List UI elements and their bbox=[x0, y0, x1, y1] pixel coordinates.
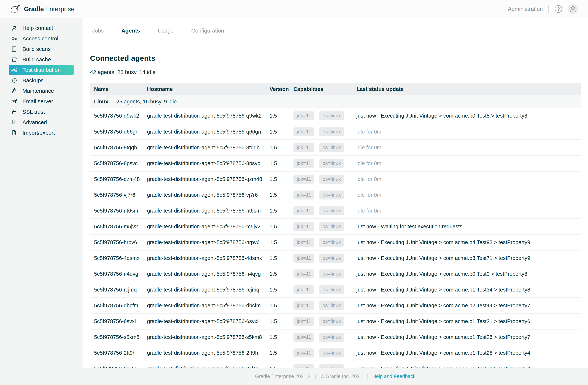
capability-badge: os=linux bbox=[319, 175, 344, 184]
agent-status: idle for 0m bbox=[357, 176, 381, 182]
table-header: Name Hostname Version Capabilities Last … bbox=[90, 83, 581, 95]
agent-hostname: gradle-test-distribution-agent-5c5f97875… bbox=[147, 334, 270, 340]
capability-badge: jdk=11 bbox=[294, 269, 315, 279]
table-row: 5c5f978756-9sl4n gradle-test-distributio… bbox=[90, 361, 581, 368]
history-icon bbox=[11, 77, 17, 83]
wrench-icon bbox=[11, 88, 17, 94]
agent-capabilities: jdk=11os=linux bbox=[294, 317, 357, 326]
agent-status: idle for 0m bbox=[357, 208, 381, 214]
agent-status: just now - Executing JUnit Vintage > com… bbox=[357, 350, 530, 356]
table-row: 5c5f978756-hrpv6 gradle-test-distributio… bbox=[90, 234, 581, 250]
agent-status: just now - Executing JUnit Vintage > com… bbox=[357, 334, 530, 340]
column-header-capabilities: Capabilities bbox=[294, 86, 357, 92]
user-avatar-icon[interactable] bbox=[568, 4, 578, 14]
help-icon[interactable]: ? bbox=[554, 5, 563, 13]
lock-icon bbox=[11, 109, 17, 115]
tab-jobs[interactable]: Jobs bbox=[92, 28, 104, 34]
agent-version: 1.5 bbox=[270, 350, 294, 356]
sidebar-item-access-control[interactable]: Access control bbox=[9, 33, 74, 44]
agent-version: 1.5 bbox=[270, 287, 294, 293]
sidebar-item-import-export[interactable]: Import/export bbox=[9, 127, 74, 138]
column-header-hostname: Hostname bbox=[147, 86, 270, 92]
capability-badge: jdk=11 bbox=[294, 222, 315, 231]
table-body: 5c5f978756-q9wk2 gradle-test-distributio… bbox=[90, 108, 581, 368]
sidebar-item-build-scans[interactable]: Build scans bbox=[9, 44, 74, 54]
sidebar-item-label: Build scans bbox=[22, 46, 51, 52]
agent-name: 5c5f978756-8tqgb bbox=[90, 144, 147, 151]
agent-name: 5c5f978756-rcjmq bbox=[90, 287, 147, 293]
agent-name: 5c5f978756-q66gn bbox=[90, 129, 147, 135]
agent-status: just now - Executing JUnit Vintage > com… bbox=[357, 271, 527, 277]
capability-badge: os=linux bbox=[319, 127, 344, 136]
table-row: 5c5f978756-dbcfm gradle-test-distributio… bbox=[90, 297, 581, 313]
help-and-feedback-link[interactable]: Help and Feedback bbox=[373, 374, 416, 379]
table-row: 5c5f978756-q66gn gradle-test-distributio… bbox=[90, 124, 581, 140]
agent-hostname: gradle-test-distribution-agent-5c5f97875… bbox=[147, 113, 270, 119]
agent-status: just now - Executing JUnit Vintage > com… bbox=[357, 287, 530, 293]
agent-capabilities: jdk=11os=linux bbox=[294, 111, 357, 120]
agent-hostname: gradle-test-distribution-agent-5c5f97875… bbox=[147, 287, 270, 293]
os-group-summary: 25 agents, 16 busy, 9 idle bbox=[116, 99, 177, 105]
sidebar-item-ssl-trust[interactable]: SSL trust bbox=[9, 106, 74, 117]
capability-badge: os=linux bbox=[319, 348, 344, 357]
database-icon bbox=[11, 119, 17, 125]
os-group-name: Linux bbox=[94, 99, 108, 105]
agent-name: 5c5f978756-hrpv6 bbox=[90, 239, 147, 245]
agent-hostname: gradle-test-distribution-agent-5c5f97875… bbox=[147, 208, 270, 214]
capability-badge: os=linux bbox=[319, 222, 344, 231]
agent-capabilities: jdk=11os=linux bbox=[294, 159, 357, 168]
sidebar-item-maintenance[interactable]: Maintenance bbox=[9, 86, 74, 96]
agent-hostname: gradle-test-distribution-agent-5c5f97875… bbox=[147, 223, 270, 230]
sidebar-item-help-contact[interactable]: Help contact bbox=[9, 23, 74, 33]
agent-name: 5c5f978756-m5jv2 bbox=[90, 223, 147, 230]
table-row: 5c5f978756-n4qvg gradle-test-distributio… bbox=[90, 266, 581, 282]
capability-badge: jdk=11 bbox=[294, 206, 315, 215]
sidebar-item-backups[interactable]: Backups bbox=[9, 75, 74, 86]
tab-configuration[interactable]: Configuration bbox=[191, 28, 224, 34]
agent-hostname: gradle-test-distribution-agent-5c5f97875… bbox=[147, 271, 270, 277]
agent-version: 1.5 bbox=[270, 255, 294, 261]
table-row: 5c5f978756-8psvc gradle-test-distributio… bbox=[90, 155, 581, 171]
sidebar-item-label: Email server bbox=[22, 98, 53, 104]
capability-badge: os=linux bbox=[319, 364, 344, 368]
agent-capabilities: jdk=11os=linux bbox=[294, 364, 357, 368]
sidebar-item-email-server[interactable]: Email server bbox=[9, 96, 74, 106]
agent-hostname: gradle-test-distribution-agent-5c5f97875… bbox=[147, 176, 270, 182]
sidebar-item-label: Maintenance bbox=[22, 88, 54, 94]
capability-badge: os=linux bbox=[319, 333, 344, 342]
sidebar-item-label: Test distribution bbox=[22, 67, 61, 73]
capability-badge: os=linux bbox=[319, 190, 344, 200]
import-export-icon bbox=[11, 130, 17, 136]
sidebar-item-build-cache[interactable]: Build cache bbox=[9, 54, 74, 65]
tab-agents[interactable]: Agents bbox=[121, 28, 140, 34]
agent-hostname: gradle-test-distribution-agent-5c5f97875… bbox=[147, 160, 270, 166]
gradle-elephant-logo-icon bbox=[10, 4, 21, 14]
administration-link[interactable]: Administration bbox=[508, 6, 543, 12]
agent-hostname: gradle-test-distribution-agent-5c5f97875… bbox=[147, 192, 270, 198]
sidebar-item-label: Access control bbox=[22, 36, 58, 42]
sidebar-item-advanced[interactable]: Advanced bbox=[9, 117, 74, 127]
agent-hostname: gradle-test-distribution-agent-5c5f97875… bbox=[147, 129, 270, 135]
sidebar-item-test-distribution[interactable]: Test distribution bbox=[9, 65, 74, 75]
capability-badge: jdk=11 bbox=[294, 285, 315, 294]
table-row: 5c5f978756-qzm48 gradle-test-distributio… bbox=[90, 171, 581, 187]
agent-capabilities: jdk=11os=linux bbox=[294, 333, 357, 342]
agent-hostname: gradle-test-distribution-agent-5c5f97875… bbox=[147, 239, 270, 245]
agent-hostname: gradle-test-distribution-agent-5c5f97875… bbox=[147, 144, 270, 151]
agents-table: Name Hostname Version Capabilities Last … bbox=[90, 83, 581, 368]
agent-version: 1.5 bbox=[270, 318, 294, 324]
capability-badge: os=linux bbox=[319, 317, 344, 326]
table-row: 5c5f978756-rcjmq gradle-test-distributio… bbox=[90, 282, 581, 297]
topbar-divider bbox=[548, 5, 549, 13]
agent-version: 1.5 bbox=[270, 239, 294, 245]
tab-usage[interactable]: Usage bbox=[158, 28, 174, 34]
agent-status: idle for 0m bbox=[357, 160, 381, 166]
agent-status: just now - Executing JUnit Vintage > com… bbox=[357, 113, 527, 119]
agent-status: just now - Executing JUnit Vintage > com… bbox=[357, 239, 530, 245]
agent-capabilities: jdk=11os=linux bbox=[294, 206, 357, 215]
table-row: 5c5f978756-2ft9h gradle-test-distributio… bbox=[90, 345, 581, 361]
build-scans-icon bbox=[11, 46, 17, 52]
agent-name: 5c5f978756-s5km8 bbox=[90, 334, 147, 340]
footer-separator: | bbox=[315, 374, 316, 379]
agent-capabilities: jdk=11os=linux bbox=[294, 222, 357, 231]
